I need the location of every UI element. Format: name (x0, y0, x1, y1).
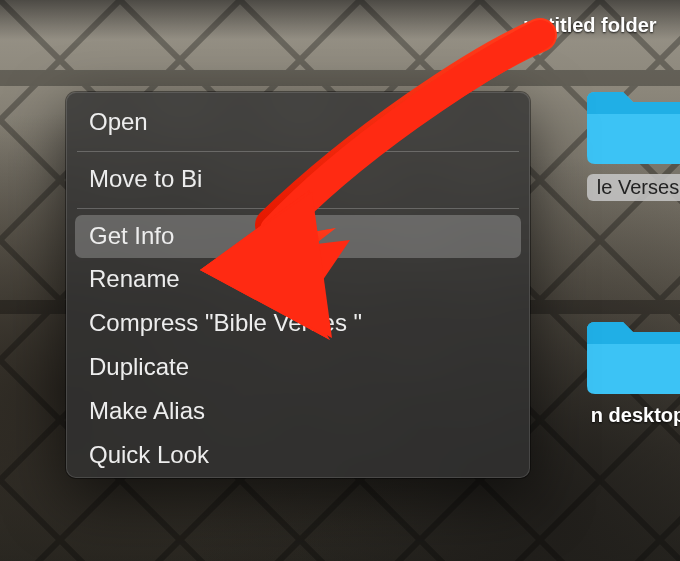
folder-icon (583, 310, 680, 398)
menu-quick-look[interactable]: Quick Look (67, 434, 529, 478)
folder-label: untitled folder (523, 14, 656, 37)
menu-move-to-bin[interactable]: Move to Bi (67, 158, 529, 202)
menu-get-info[interactable]: Get Info (75, 215, 521, 259)
menu-make-alias[interactable]: Make Alias (67, 390, 529, 434)
folder-icon (583, 80, 680, 168)
menu-separator (77, 151, 519, 152)
menu-compress[interactable]: Compress "Bible Verses " (67, 302, 529, 346)
folder-bible-verses[interactable]: le Verses (578, 80, 680, 201)
context-menu: Open Move to Bi Get Info Rename Compress… (66, 92, 530, 478)
menu-open[interactable]: Open (67, 101, 529, 145)
folder-label: n desktop (591, 404, 680, 427)
menu-duplicate[interactable]: Duplicate (67, 346, 529, 390)
menu-rename[interactable]: Rename (67, 258, 529, 302)
folder-desktop[interactable]: n desktop (578, 310, 680, 427)
folder-label: le Verses (587, 174, 680, 201)
menu-separator (77, 208, 519, 209)
folder-icon (535, 0, 645, 8)
folder-untitled[interactable]: untitled folder (490, 0, 680, 37)
